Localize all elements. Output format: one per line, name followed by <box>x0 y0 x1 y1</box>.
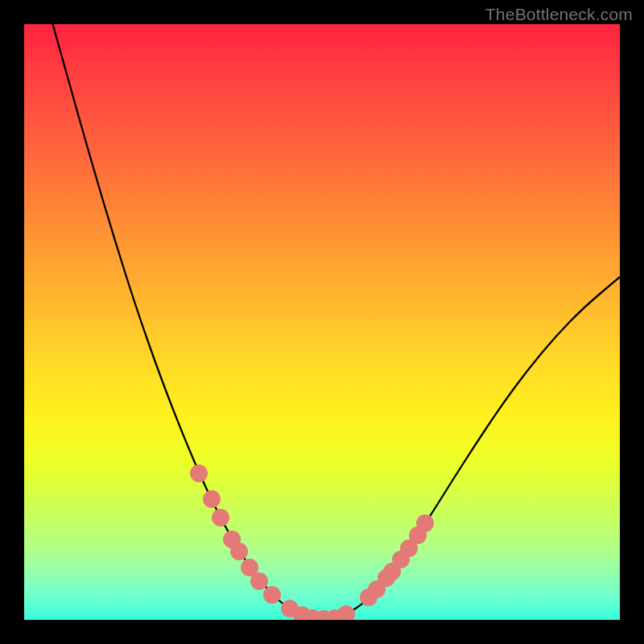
chart-frame: TheBottleneck.com <box>0 0 644 644</box>
marker-cluster-right <box>360 514 434 606</box>
marker-dot <box>212 509 229 526</box>
plot-area <box>24 24 620 620</box>
bottleneck-curve <box>48 24 620 619</box>
marker-dot <box>190 464 208 482</box>
marker-dot <box>203 490 221 508</box>
marker-dot <box>337 605 355 620</box>
marker-cluster-left <box>190 464 281 604</box>
marker-dot <box>263 586 281 604</box>
marker-dot <box>416 514 434 532</box>
curve-svg <box>24 24 620 620</box>
watermark-text: TheBottleneck.com <box>485 5 633 24</box>
marker-cluster-center <box>281 600 355 620</box>
marker-dot <box>230 543 248 560</box>
marker-dot <box>250 572 268 590</box>
